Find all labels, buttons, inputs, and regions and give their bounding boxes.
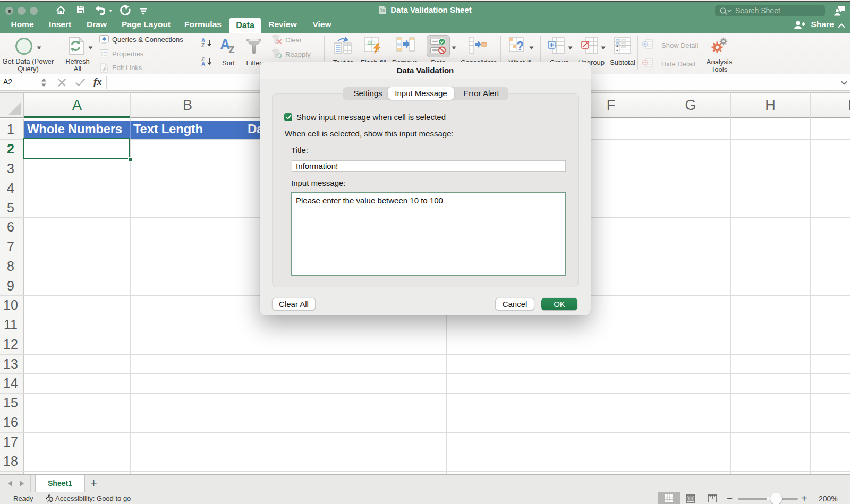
svg-text:?: ? <box>516 39 524 53</box>
